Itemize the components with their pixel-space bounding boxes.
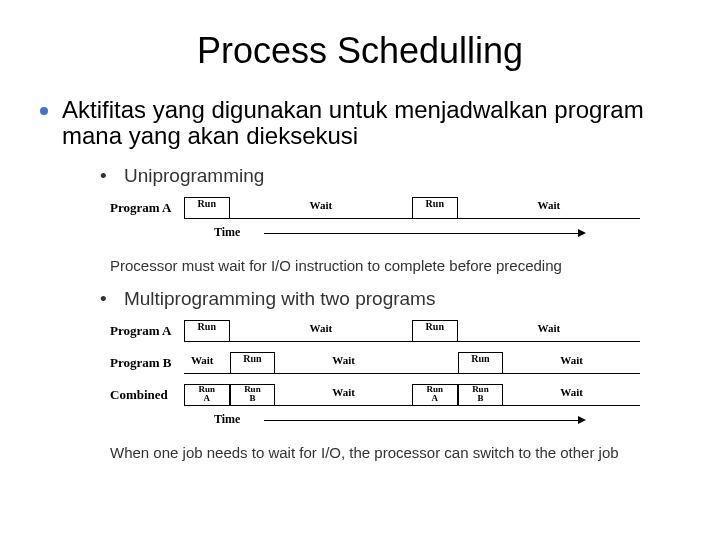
- wait-text: Wait: [537, 199, 560, 211]
- program-b-label: Program B: [110, 355, 178, 371]
- time-axis: Time: [184, 414, 640, 434]
- time-axis-label: Time: [214, 225, 240, 240]
- arrow-line: [264, 420, 580, 421]
- section2-heading: Multiprogramming with two programs: [100, 288, 680, 310]
- run-a-box: RunA: [412, 384, 458, 406]
- program-a-label: Program A: [110, 200, 178, 216]
- timeline-program-a: Program A Run Wait Run Wait: [110, 318, 680, 346]
- track-a: Run Wait Run Wait: [184, 318, 640, 342]
- wait-text: Wait: [560, 386, 583, 398]
- timeline-combined: Combined RunA RunB Wait RunA RunB Wait: [110, 382, 680, 410]
- run-box: Run: [412, 320, 458, 342]
- arrow-right-icon: [578, 416, 586, 424]
- track-b: Wait Run Wait Run Wait: [184, 350, 640, 374]
- timeline-program-b: Program B Wait Run Wait Run Wait: [110, 350, 680, 378]
- run-a-box: RunA: [184, 384, 230, 406]
- bullet-main-text: Aktifitas yang digunakan untuk menjadwal…: [62, 97, 680, 150]
- program-a-label: Program A: [110, 323, 178, 339]
- wait-text: Wait: [537, 322, 560, 334]
- run-box: Run: [230, 352, 276, 374]
- section1-heading-text: Uniprogramming: [124, 165, 264, 186]
- track-a: Run Wait Run Wait: [184, 195, 640, 219]
- run-box: Run: [458, 352, 504, 374]
- section1-heading: Uniprogramming: [100, 165, 680, 187]
- time-axis-label: Time: [214, 412, 240, 427]
- wait-text: Wait: [309, 322, 332, 334]
- section2-heading-text: Multiprogramming with two programs: [124, 288, 436, 309]
- bullet-dot-icon: [40, 107, 48, 115]
- uniprogramming-diagram: Program A Run Wait Run Wait Time: [110, 195, 680, 247]
- wait-text: Wait: [309, 199, 332, 211]
- wait-text: Wait: [332, 354, 355, 366]
- section1-note: Processor must wait for I/O instruction …: [110, 257, 680, 274]
- arrow-line: [264, 233, 580, 234]
- run-b-box: RunB: [230, 384, 276, 406]
- timeline-program-a: Program A Run Wait Run Wait: [110, 195, 680, 223]
- time-axis: Time: [184, 227, 640, 247]
- run-box: Run: [184, 197, 230, 219]
- arrow-right-icon: [578, 229, 586, 237]
- section2-note: When one job needs to wait for I/O, the …: [110, 444, 680, 461]
- wait-text: Wait: [191, 354, 214, 366]
- run-b-box: RunB: [458, 384, 504, 406]
- wait-text: Wait: [332, 386, 355, 398]
- multiprogramming-diagram: Program A Run Wait Run Wait Program B Wa…: [110, 318, 680, 434]
- wait-text: Wait: [560, 354, 583, 366]
- combined-label: Combined: [110, 387, 178, 403]
- track-combined: RunA RunB Wait RunA RunB Wait: [184, 382, 640, 406]
- run-box: Run: [184, 320, 230, 342]
- run-box: Run: [412, 197, 458, 219]
- bullet-main: Aktifitas yang digunakan untuk menjadwal…: [40, 97, 680, 150]
- page-title: Process Schedulling: [40, 30, 680, 72]
- slide: Process Schedulling Aktifitas yang digun…: [0, 0, 720, 540]
